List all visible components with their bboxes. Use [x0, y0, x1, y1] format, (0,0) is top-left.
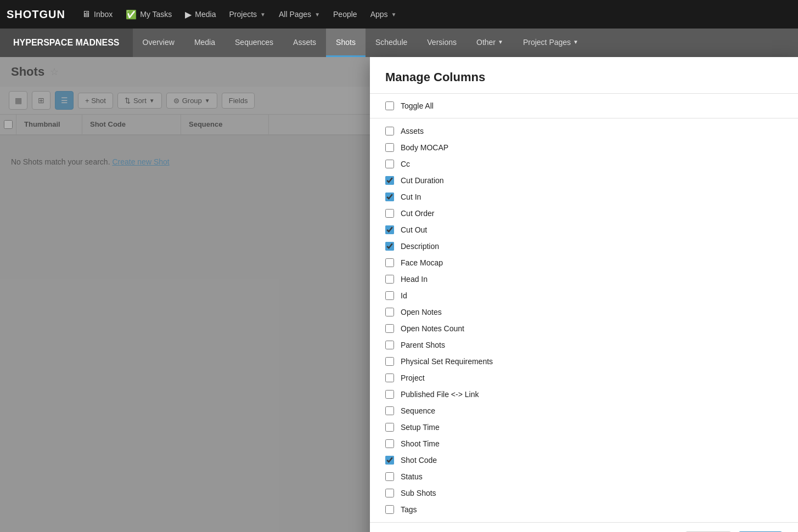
column-checkbox-cut-out[interactable] — [385, 225, 394, 234]
column-label-cut-out[interactable]: Cut Out — [401, 225, 427, 234]
list-item: Setup Time — [385, 419, 783, 435]
project-nav-other[interactable]: Other ▼ — [467, 29, 513, 57]
column-checkbox-description[interactable] — [385, 242, 394, 251]
projects-chevron-icon: ▼ — [260, 12, 266, 18]
modal-header: Manage Columns — [370, 57, 798, 94]
project-nav-overview[interactable]: Overview — [133, 29, 184, 57]
column-checkbox-setup-time[interactable] — [385, 423, 394, 432]
list-item: Open Notes Count — [385, 320, 783, 337]
list-item: Id — [385, 287, 783, 304]
project-nav-sequences[interactable]: Sequences — [225, 29, 283, 57]
project-pages-chevron-icon: ▼ — [573, 39, 578, 45]
column-label-sequence[interactable]: Sequence — [401, 406, 435, 415]
column-checkbox-project[interactable] — [385, 373, 394, 382]
column-label-status[interactable]: Status — [401, 472, 423, 481]
column-checkbox-tags[interactable] — [385, 505, 394, 514]
column-checkbox-face-mocap[interactable] — [385, 258, 394, 267]
column-checkbox-open-notes[interactable] — [385, 308, 394, 316]
column-checkbox-head-in[interactable] — [385, 275, 394, 284]
column-label-cut-duration[interactable]: Cut Duration — [401, 176, 444, 185]
media-icon: ▶ — [185, 9, 192, 20]
column-checkbox-list: AssetsBody MOCAPCcCut DurationCut InCut … — [370, 118, 798, 522]
project-nav-schedule[interactable]: Schedule — [366, 29, 417, 57]
column-checkbox-cut-order[interactable] — [385, 209, 394, 218]
column-checkbox-parent-shots[interactable] — [385, 341, 394, 349]
modal-title: Manage Columns — [385, 70, 783, 84]
column-label-description[interactable]: Description — [401, 242, 439, 251]
nav-my-tasks[interactable]: ✅ My Tasks — [120, 6, 177, 23]
app-logo: SHOTGUN — [7, 8, 65, 21]
column-label-id[interactable]: Id — [401, 291, 407, 300]
modal-body[interactable]: Toggle All AssetsBody MOCAPCcCut Duratio… — [370, 94, 798, 522]
column-checkbox-open-notes-count[interactable] — [385, 324, 394, 333]
column-label-published-file-link[interactable]: Published File <-> Link — [401, 390, 479, 399]
toggle-all-row: Toggle All — [370, 94, 798, 118]
project-nav-versions[interactable]: Versions — [417, 29, 467, 57]
column-label-open-notes-count[interactable]: Open Notes Count — [401, 324, 464, 333]
column-checkbox-cc[interactable] — [385, 160, 394, 168]
column-label-shot-code[interactable]: Shot Code — [401, 456, 437, 465]
nav-projects[interactable]: Projects ▼ — [223, 7, 271, 22]
project-nav-assets[interactable]: Assets — [283, 29, 326, 57]
column-checkbox-status[interactable] — [385, 472, 394, 481]
inbox-icon: 🖥 — [82, 9, 91, 19]
apps-chevron-icon: ▼ — [391, 12, 397, 18]
list-item: Cut Out — [385, 222, 783, 238]
column-checkbox-assets[interactable] — [385, 127, 394, 135]
column-label-body-mocap[interactable]: Body MOCAP — [401, 143, 448, 152]
column-label-face-mocap[interactable]: Face Mocap — [401, 258, 443, 267]
column-label-setup-time[interactable]: Setup Time — [401, 423, 440, 432]
modal-footer: Cancel Apply — [370, 522, 798, 532]
manage-columns-modal: Manage Columns Toggle All AssetsBody MOC… — [370, 57, 798, 532]
list-item: Description — [385, 238, 783, 254]
nav-people[interactable]: People — [328, 7, 363, 22]
project-title: HYPERSPACE MADNESS — [0, 29, 133, 57]
list-item: Cut Duration — [385, 172, 783, 189]
list-item: Published File <-> Link — [385, 386, 783, 403]
column-checkbox-body-mocap[interactable] — [385, 143, 394, 152]
column-checkbox-physical-set-requirements[interactable] — [385, 357, 394, 366]
column-label-sub-shots[interactable]: Sub Shots — [401, 489, 436, 497]
list-item: Sub Shots — [385, 485, 783, 501]
list-item: Sequence — [385, 403, 783, 419]
column-label-cut-in[interactable]: Cut In — [401, 193, 421, 201]
column-label-tags[interactable]: Tags — [401, 505, 417, 514]
column-label-open-notes[interactable]: Open Notes — [401, 308, 442, 316]
modal-overlay: Manage Columns Toggle All AssetsBody MOC… — [0, 57, 798, 532]
column-checkbox-sequence[interactable] — [385, 406, 394, 415]
list-item: Head In — [385, 271, 783, 287]
toggle-all-checkbox[interactable] — [385, 101, 394, 110]
column-label-assets[interactable]: Assets — [401, 127, 424, 135]
project-nav-project-pages[interactable]: Project Pages ▼ — [513, 29, 588, 57]
column-label-shoot-time[interactable]: Shoot Time — [401, 439, 440, 448]
nav-media[interactable]: ▶ Media — [179, 6, 221, 23]
list-item: Face Mocap — [385, 254, 783, 271]
project-nav-media[interactable]: Media — [184, 29, 225, 57]
top-nav: SHOTGUN 🖥 Inbox ✅ My Tasks ▶ Media Proje… — [0, 0, 798, 29]
column-checkbox-id[interactable] — [385, 291, 394, 300]
all-pages-chevron-icon: ▼ — [314, 12, 320, 18]
column-label-project[interactable]: Project — [401, 373, 425, 382]
column-label-cc[interactable]: Cc — [401, 160, 410, 168]
column-checkbox-sub-shots[interactable] — [385, 489, 394, 497]
column-checkbox-shoot-time[interactable] — [385, 439, 394, 448]
project-nav: HYPERSPACE MADNESS Overview Media Sequen… — [0, 29, 798, 57]
page-content: Shots ☆ ▦ ⊞ ☰ + Shot ⇅ Sort ▼ ⊜ Group ▼ … — [0, 57, 798, 532]
column-label-parent-shots[interactable]: Parent Shots — [401, 341, 445, 349]
nav-apps[interactable]: Apps ▼ — [365, 7, 402, 22]
column-label-cut-order[interactable]: Cut Order — [401, 209, 434, 218]
toggle-all-label[interactable]: Toggle All — [401, 101, 434, 110]
column-checkbox-shot-code[interactable] — [385, 456, 394, 465]
nav-inbox[interactable]: 🖥 Inbox — [76, 6, 118, 22]
list-item: Shoot Time — [385, 435, 783, 452]
column-label-head-in[interactable]: Head In — [401, 275, 428, 284]
column-checkbox-published-file-link[interactable] — [385, 390, 394, 399]
list-item: Cc — [385, 156, 783, 172]
column-checkbox-cut-duration[interactable] — [385, 176, 394, 185]
column-checkbox-cut-in[interactable] — [385, 193, 394, 201]
other-chevron-icon: ▼ — [498, 39, 503, 45]
project-nav-shots[interactable]: Shots — [326, 29, 366, 57]
list-item: Cut In — [385, 189, 783, 205]
nav-all-pages[interactable]: All Pages ▼ — [273, 7, 325, 22]
column-label-physical-set-requirements[interactable]: Physical Set Requirements — [401, 357, 493, 366]
